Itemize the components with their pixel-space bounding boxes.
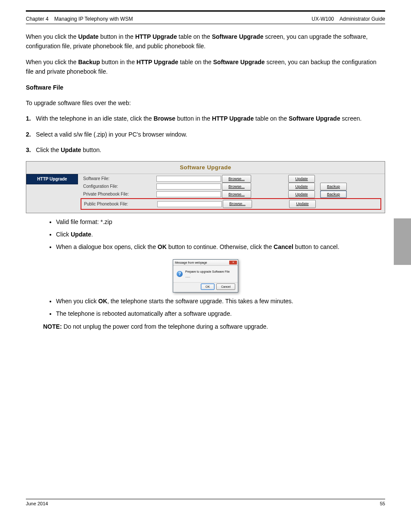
- update-button-public[interactable]: Update: [289, 200, 316, 208]
- txt: Click: [56, 231, 71, 238]
- close-icon[interactable]: [229, 261, 237, 264]
- bullet-click-update: Click Update.: [56, 230, 385, 239]
- txt-bold: OK: [98, 298, 107, 305]
- browse-button-private[interactable]: Browse...: [222, 190, 251, 198]
- txt-bold: Software Upgrade: [212, 33, 264, 40]
- txt: When you click the: [26, 59, 78, 65]
- footer-page: 55: [380, 501, 385, 506]
- paragraph-backup: When you click the Backup button in the …: [26, 57, 385, 77]
- message-dialog: Message from webpage ? Prepare to upgrad…: [173, 259, 238, 293]
- txt: When a dialogue box opens, click the: [56, 243, 158, 250]
- panel-title: Software Upgrade: [180, 164, 231, 171]
- input-private-phonebook[interactable]: [156, 191, 221, 197]
- txt-bold: OK: [158, 243, 167, 250]
- txt-bold: HTTP Upgrade: [212, 115, 254, 122]
- bullet-valid-file: Valid file format: *.zip: [56, 218, 385, 227]
- note-body: Do not unplug the power cord from the te…: [62, 323, 268, 330]
- txt-bold: HTTP Upgrade: [137, 59, 178, 65]
- txt-bold: HTTP Upgrade: [135, 33, 177, 40]
- txt: Click the: [36, 146, 61, 153]
- txt: table on the: [254, 115, 287, 122]
- txt-bold: Update: [78, 33, 98, 40]
- txt-bold: Backup: [78, 59, 100, 65]
- dialog-footer: OK Cancel: [173, 282, 238, 292]
- header-left: Chapter 4 Managing IP Telephony with WSM: [26, 16, 133, 22]
- step-num: 1.: [26, 115, 31, 122]
- software-file-heading: Software File: [26, 83, 385, 92]
- txt: button in the: [175, 115, 212, 122]
- row-public-phonebook-highlight: Public Phonebook File: Browse... Update: [81, 198, 381, 209]
- step-1: 1. With the telephone in an idle state, …: [26, 114, 385, 123]
- txt-bold: Cancel: [274, 243, 293, 250]
- txt-bold: Browse: [154, 115, 176, 122]
- footer-date: June 2014: [26, 501, 48, 506]
- step-3: 3. Click the Update button.: [26, 145, 385, 155]
- txt: button.: [81, 146, 101, 153]
- txt: button in the: [99, 33, 135, 40]
- txt: Select a valid s/w file (.zip) in your P…: [36, 131, 187, 138]
- update-button-config[interactable]: Update: [288, 183, 315, 190]
- txt: , the telephone starts the software upgr…: [107, 298, 293, 305]
- input-software-file[interactable]: [156, 176, 221, 182]
- txt-bold: Update: [61, 146, 81, 153]
- intro-line: To upgrade software files over the web:: [26, 98, 385, 108]
- ok-button[interactable]: OK: [201, 283, 215, 290]
- note-line: NOTE: Do not unplug the power cord from …: [43, 322, 385, 331]
- browse-button-software[interactable]: Browse...: [222, 175, 251, 183]
- question-icon: ?: [177, 271, 183, 277]
- header-rule-thin: [26, 24, 385, 24]
- row-software-file: Software File: Browse... Update: [81, 175, 381, 182]
- bullet-reboot: The telephone is rebooted automatically …: [56, 309, 385, 318]
- txt: phonebook file.: [165, 43, 206, 50]
- label-private-phonebook: Private Phonebook File:: [81, 191, 156, 198]
- dialog-message: Prepare to upgrade Software File ......: [185, 269, 234, 279]
- txt-bold: Update: [71, 231, 91, 238]
- header-chapter: Chapter 4: [26, 16, 49, 22]
- header-right: UX-W100 Administrator Guide: [311, 16, 385, 22]
- step-2: 2. Select a valid s/w file (.zip) in you…: [26, 130, 385, 139]
- side-tab: [394, 218, 411, 265]
- browse-button-public[interactable]: Browse...: [223, 200, 252, 208]
- sidebar-http-upgrade[interactable]: HTTP Upgrade: [26, 174, 78, 184]
- dialog-wrap: Message from webpage ? Prepare to upgrad…: [26, 259, 385, 293]
- row-private-phonebook: Private Phonebook File: Browse... Update…: [81, 190, 381, 198]
- header-rule-thick: [26, 10, 385, 12]
- txt: button to continue. Otherwise, click the: [167, 243, 274, 250]
- dialog-title-text: Message from webpage: [175, 260, 207, 265]
- label-config-file: Configuration File:: [81, 183, 156, 190]
- input-public-phonebook[interactable]: [157, 201, 222, 207]
- txt: The telephone is rebooted automatically …: [56, 310, 232, 317]
- cancel-button[interactable]: Cancel: [216, 283, 235, 290]
- panel-sidebar: HTTP Upgrade: [26, 174, 78, 212]
- header-product: UX-W100: [311, 16, 334, 22]
- txt: .: [91, 231, 93, 238]
- txt: table on the: [178, 59, 213, 65]
- update-button-private[interactable]: Update: [288, 190, 315, 198]
- txt: When you click the: [26, 33, 78, 40]
- label-public-phonebook: Public Phonebook File:: [81, 201, 157, 208]
- txt: button to cancel.: [293, 243, 339, 250]
- backup-button-config[interactable]: Backup: [320, 183, 347, 190]
- update-button-software[interactable]: Update: [288, 175, 315, 183]
- step-num: 2.: [26, 131, 31, 138]
- txt-bold: Software Upgrade: [213, 59, 265, 65]
- txt-bold: Software Upgrade: [287, 115, 340, 122]
- paragraph-update: When you click the Update button in the …: [26, 32, 385, 51]
- bullet-list-2: When you click OK, the telephone starts …: [56, 297, 385, 318]
- input-config-file[interactable]: [156, 184, 221, 190]
- note-label: NOTE:: [43, 323, 62, 330]
- header-manual: Administrator Guide: [339, 16, 385, 22]
- row-config-file: Configuration File: Browse... Update Bac…: [81, 183, 381, 190]
- backup-button-private[interactable]: Backup: [320, 190, 347, 198]
- browse-button-config[interactable]: Browse...: [222, 183, 251, 190]
- txt: screen.: [340, 115, 362, 122]
- txt: With the telephone in an idle state, cli…: [36, 115, 153, 122]
- txt: button in the: [100, 59, 137, 65]
- dialog-title-bar: Message from webpage: [173, 260, 238, 266]
- software-upgrade-panel: Software Upgrade HTTP Upgrade Software F…: [26, 161, 385, 213]
- panel-title-bar: Software Upgrade: [26, 162, 385, 174]
- bullet-start-upgrade: When you click OK, the telephone starts …: [56, 297, 385, 306]
- header-chapter-title: Managing IP Telephony with WSM: [54, 16, 133, 22]
- txt: Valid file format: *.zip: [56, 218, 112, 225]
- txt: table on the: [177, 33, 212, 40]
